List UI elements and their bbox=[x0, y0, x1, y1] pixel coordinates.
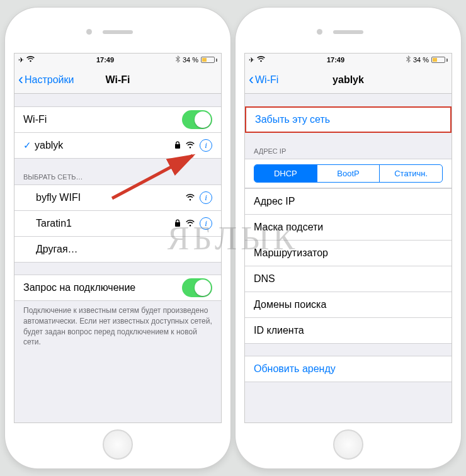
wifi-toggle-label: Wi-Fi bbox=[23, 114, 182, 125]
network-name: Taratin1 bbox=[36, 218, 174, 229]
home-button[interactable] bbox=[333, 429, 363, 460]
wifi-toggle-row[interactable]: Wi-Fi bbox=[14, 106, 221, 133]
back-label: Настройки bbox=[25, 74, 74, 86]
wifi-status-icon bbox=[26, 56, 35, 64]
ask-to-join-row[interactable]: Запрос на подключение bbox=[14, 275, 221, 301]
ip-address-label: Адрес IP bbox=[254, 196, 443, 207]
status-time: 17:49 bbox=[265, 56, 406, 64]
dns-row[interactable]: DNS bbox=[245, 266, 452, 292]
router-label: Маршрутизатор bbox=[254, 247, 443, 259]
subnet-mask-label: Маска подсети bbox=[254, 222, 443, 233]
ip-section-header: АДРЕС IP bbox=[245, 145, 452, 159]
iphone-right: ✈︎ 17:49 34 % ‹ Wi-Fi yablyk bbox=[236, 8, 461, 468]
wifi-signal-icon bbox=[186, 140, 195, 151]
ip-address-row[interactable]: Адрес IP bbox=[245, 188, 452, 215]
choose-network-header: ВЫБРАТЬ СЕТЬ… bbox=[14, 171, 221, 184]
battery-icon bbox=[201, 57, 217, 63]
search-domains-label: Домены поиска bbox=[254, 299, 443, 310]
iphone-left: ✈︎ 17:49 34 % ‹ Настройки Wi-Fi bbox=[5, 8, 230, 468]
renew-lease-row[interactable]: Обновить аренду bbox=[245, 356, 452, 382]
chevron-left-icon: ‹ bbox=[249, 72, 254, 87]
status-time: 17:49 bbox=[35, 56, 176, 64]
dns-label: DNS bbox=[254, 273, 443, 285]
camera-dot bbox=[86, 29, 92, 35]
status-bar: ✈︎ 17:49 34 % bbox=[245, 54, 452, 66]
chevron-left-icon: ‹ bbox=[18, 72, 23, 87]
back-button[interactable]: ‹ Настройки bbox=[18, 73, 74, 87]
subnet-mask-row[interactable]: Маска подсети bbox=[245, 214, 452, 241]
forget-network-label: Забыть эту сеть bbox=[255, 114, 441, 125]
wifi-status-icon bbox=[257, 56, 265, 64]
client-id-row[interactable]: ID клиента bbox=[245, 317, 452, 344]
router-row[interactable]: Маршрутизатор bbox=[245, 240, 452, 266]
bluetooth-icon bbox=[176, 55, 180, 64]
home-button[interactable] bbox=[103, 429, 133, 460]
battery-pct: 34 % bbox=[413, 56, 429, 64]
lock-icon bbox=[174, 141, 181, 150]
wifi-signal-icon bbox=[186, 192, 195, 203]
ask-to-join-switch[interactable] bbox=[182, 278, 212, 297]
checkmark-icon: ✓ bbox=[23, 140, 35, 151]
airplane-icon: ✈︎ bbox=[18, 56, 24, 64]
navbar: ‹ Настройки Wi-Fi bbox=[14, 66, 221, 94]
connected-network-name: yablyk bbox=[35, 140, 174, 151]
back-label: Wi-Fi bbox=[255, 74, 278, 86]
segment-static[interactable]: Статичн. bbox=[380, 165, 442, 182]
renew-lease-label: Обновить аренду bbox=[254, 363, 443, 375]
status-bar: ✈︎ 17:49 34 % bbox=[14, 54, 221, 66]
other-network-label: Другая… bbox=[36, 244, 212, 255]
settings-content: Wi-Fi ✓ yablyk i bbox=[14, 94, 221, 422]
wifi-signal-icon bbox=[186, 218, 195, 229]
battery-icon bbox=[431, 57, 448, 63]
screen-right: ✈︎ 17:49 34 % ‹ Wi-Fi yablyk bbox=[244, 53, 452, 423]
network-row-taratin1[interactable]: Taratin1 i bbox=[14, 210, 221, 237]
info-icon[interactable]: i bbox=[200, 139, 212, 152]
search-domains-row[interactable]: Домены поиска bbox=[245, 292, 452, 318]
back-button[interactable]: ‹ Wi-Fi bbox=[249, 73, 278, 87]
info-icon[interactable]: i bbox=[200, 191, 212, 204]
camera-dot bbox=[317, 29, 322, 35]
ask-to-join-label: Запрос на подключение bbox=[23, 282, 182, 293]
ask-to-join-footer: Подключение к известным сетям будет прои… bbox=[14, 300, 221, 353]
other-network-row[interactable]: Другая… bbox=[14, 236, 221, 263]
network-row-byfly[interactable]: byfly WIFI i bbox=[14, 184, 221, 211]
segment-dhcp[interactable]: DHCP bbox=[254, 165, 317, 182]
wifi-switch[interactable] bbox=[182, 110, 212, 129]
navbar: ‹ Wi-Fi yablyk bbox=[245, 66, 452, 94]
battery-pct: 34 % bbox=[183, 56, 198, 64]
lock-icon bbox=[174, 219, 181, 229]
ip-mode-segmented[interactable]: DHCP BootP Статичн. bbox=[254, 164, 443, 183]
detail-content: Забыть эту сеть АДРЕС IP DHCP BootP Стат… bbox=[245, 94, 452, 422]
connected-network-row[interactable]: ✓ yablyk i bbox=[14, 132, 221, 159]
bluetooth-icon bbox=[406, 55, 411, 64]
client-id-label: ID клиента bbox=[254, 325, 443, 336]
speaker bbox=[333, 30, 363, 34]
network-name: byfly WIFI bbox=[36, 192, 186, 203]
screen-left: ✈︎ 17:49 34 % ‹ Настройки Wi-Fi bbox=[14, 53, 222, 423]
speaker bbox=[103, 30, 133, 34]
segment-bootp[interactable]: BootP bbox=[317, 165, 380, 182]
forget-network-row[interactable]: Забыть эту сеть bbox=[245, 106, 452, 133]
info-icon[interactable]: i bbox=[200, 217, 212, 230]
airplane-icon: ✈︎ bbox=[249, 56, 254, 64]
